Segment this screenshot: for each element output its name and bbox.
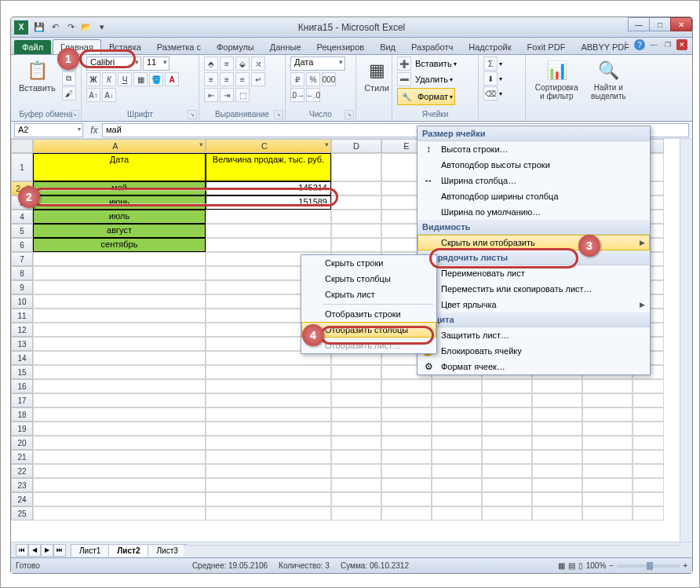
zoom-in-icon[interactable]: + xyxy=(683,561,687,570)
cell-A21[interactable] xyxy=(33,450,206,464)
cell-A24[interactable] xyxy=(33,492,206,506)
cell-D17[interactable] xyxy=(331,393,381,407)
number-launcher[interactable]: ↘ xyxy=(345,110,354,119)
sheet-tab-3[interactable]: Лист3 xyxy=(148,544,186,557)
autosum-button[interactable]: Σ xyxy=(483,57,498,71)
cell-C20[interactable] xyxy=(206,436,331,450)
cell-J25[interactable] xyxy=(633,506,664,520)
menu-lock-cell[interactable]: 🔐Блокировать ячейку xyxy=(417,343,650,359)
tab-formulas[interactable]: Формулы xyxy=(209,39,262,54)
grow-font-button[interactable]: A↑ xyxy=(86,88,100,102)
cell-A18[interactable] xyxy=(33,407,206,422)
zoom-slider[interactable] xyxy=(617,564,680,568)
align-right[interactable]: ≡ xyxy=(235,72,250,86)
view-normal-icon[interactable]: ▦ xyxy=(558,561,565,570)
cell-J20[interactable] xyxy=(633,436,664,450)
cell-A25[interactable] xyxy=(33,506,206,520)
cell-G18[interactable] xyxy=(482,407,532,422)
cell-D24[interactable] xyxy=(331,492,381,506)
cell-J23[interactable] xyxy=(633,478,664,492)
find-select-button[interactable]: 🔍 Найти и выделить xyxy=(586,57,631,102)
sheet-nav-first[interactable]: ⏮ xyxy=(16,544,28,557)
cell-C4[interactable] xyxy=(206,210,331,224)
row-header-12[interactable]: 12 xyxy=(11,323,33,337)
cell-I19[interactable] xyxy=(582,422,633,436)
tab-layout[interactable]: Разметка с xyxy=(149,39,209,54)
styles-button[interactable]: ▦ Стили xyxy=(361,57,392,94)
font-color-button[interactable]: A xyxy=(165,72,179,86)
cell-H20[interactable] xyxy=(532,436,582,450)
cell-D15[interactable] xyxy=(331,365,381,379)
name-box[interactable]: A2 xyxy=(14,123,83,137)
row-header-6[interactable]: 6 xyxy=(11,238,33,252)
cell-C1[interactable]: Величина продаж, тыс. руб. xyxy=(206,153,331,181)
cell-D22[interactable] xyxy=(331,464,381,478)
clear-button[interactable]: ⌫ xyxy=(483,86,498,100)
cell-I17[interactable] xyxy=(582,393,633,407)
zoom-level[interactable]: 100% xyxy=(586,561,607,570)
menu-tab-color[interactable]: Цвет ярлычка▶ xyxy=(417,297,650,312)
cell-C24[interactable] xyxy=(206,492,331,506)
cell-H19[interactable] xyxy=(532,422,582,436)
row-header-9[interactable]: 9 xyxy=(11,280,33,294)
cell-F20[interactable] xyxy=(432,436,482,450)
cell-H21[interactable] xyxy=(532,450,582,464)
row-header-8[interactable]: 8 xyxy=(11,266,33,280)
cell-C21[interactable] xyxy=(206,450,331,464)
cell-C5[interactable] xyxy=(206,224,331,238)
number-format-select[interactable]: Дата xyxy=(290,57,345,71)
maximize-button[interactable]: □ xyxy=(649,17,671,31)
indent-dec[interactable]: ⇤ xyxy=(204,88,218,102)
cell-J24[interactable] xyxy=(633,492,664,506)
orientation-button[interactable]: ⤭ xyxy=(251,57,265,71)
copy-button[interactable]: ⧉ xyxy=(62,71,76,86)
currency-button[interactable]: ₽ xyxy=(290,72,304,86)
row-header-22[interactable]: 22 xyxy=(11,464,33,478)
font-launcher[interactable]: ↘ xyxy=(188,110,197,119)
cell-E17[interactable] xyxy=(381,393,432,407)
tab-review[interactable]: Рецензиров xyxy=(309,39,373,54)
sheet-nav-next[interactable]: ▶ xyxy=(41,544,53,557)
cell-C18[interactable] xyxy=(206,407,331,422)
cell-I24[interactable] xyxy=(582,492,633,506)
qat-open[interactable]: 📂 xyxy=(79,20,93,35)
cell-D19[interactable] xyxy=(331,422,381,436)
cell-J21[interactable] xyxy=(633,450,664,464)
row-header-17[interactable]: 17 xyxy=(11,393,33,407)
cell-D20[interactable] xyxy=(331,436,381,450)
cell-D16[interactable] xyxy=(331,379,381,393)
tab-foxit[interactable]: Foxit PDF xyxy=(519,39,573,54)
cell-A8[interactable] xyxy=(33,266,206,280)
cell-E25[interactable] xyxy=(381,506,432,520)
cell-A22[interactable] xyxy=(33,464,206,478)
fx-icon[interactable]: fx xyxy=(86,125,102,136)
cell-J19[interactable] xyxy=(633,422,664,436)
row-header-21[interactable]: 21 xyxy=(11,450,33,464)
menu-autofit-row[interactable]: Автоподбор высоты строки xyxy=(417,157,650,173)
cell-F21[interactable] xyxy=(432,450,482,464)
cell-G25[interactable] xyxy=(482,506,532,520)
cell-F24[interactable] xyxy=(432,492,482,506)
paste-button[interactable]: 📋 Вставить xyxy=(16,57,59,94)
menu-col-width[interactable]: ↔Ширина столбца… xyxy=(417,173,650,188)
row-header-16[interactable]: 16 xyxy=(11,379,33,393)
cell-E21[interactable] xyxy=(381,450,432,464)
menu-format-cells[interactable]: ⚙Формат ячеек… xyxy=(417,359,650,374)
qat-redo[interactable]: ↷ xyxy=(64,20,78,35)
cell-C6[interactable] xyxy=(206,238,331,252)
cell-A6[interactable]: сентябрь xyxy=(33,238,206,252)
cell-D21[interactable] xyxy=(331,450,381,464)
cell-D5[interactable] xyxy=(331,224,381,238)
italic-button[interactable]: К xyxy=(102,72,116,86)
underline-button[interactable]: Ч xyxy=(118,72,132,86)
align-left[interactable]: ≡ xyxy=(204,72,218,86)
cell-G20[interactable] xyxy=(482,436,532,450)
cell-E19[interactable] xyxy=(381,422,432,436)
cell-D1[interactable] xyxy=(331,153,381,181)
cell-A12[interactable] xyxy=(33,323,206,337)
vertical-scrollbar[interactable] xyxy=(680,139,692,542)
mdi-close[interactable]: ✕ xyxy=(676,39,687,50)
row-header-14[interactable]: 14 xyxy=(11,351,33,365)
cell-C16[interactable] xyxy=(206,379,331,393)
cell-A17[interactable] xyxy=(33,393,206,407)
